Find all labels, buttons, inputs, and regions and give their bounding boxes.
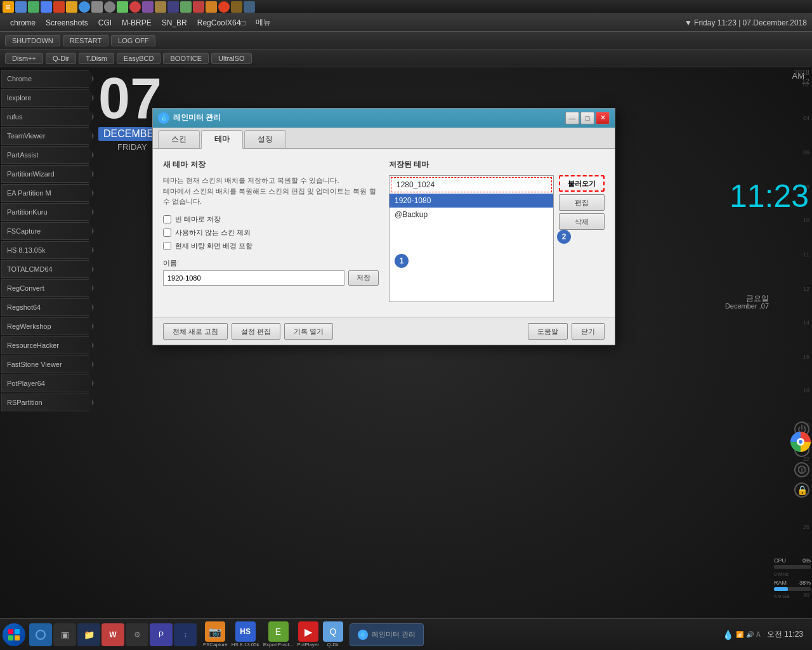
sidebar-item-fscapture[interactable]: FSCapture: [1, 222, 94, 240]
theme-name-input[interactable]: [163, 270, 344, 286]
tab-settings[interactable]: 설정: [244, 130, 286, 148]
taskbar-rainmeter-task[interactable]: 💧 레인미터 관리: [350, 623, 424, 646]
menu-item-cgi[interactable]: CGI: [93, 17, 117, 29]
sidebar-item-regwerkshop[interactable]: RegWerkshop: [1, 317, 94, 335]
menu-item-snbr[interactable]: SN_BR: [157, 17, 192, 29]
tb-icon-6[interactable]: [66, 1, 77, 13]
tb-icon-16[interactable]: [193, 1, 204, 13]
tray-icon-drop[interactable]: 💧: [723, 630, 733, 640]
tb-icon-app3[interactable]: ⚙: [126, 623, 148, 646]
settings-edit-btn[interactable]: 설정 편집: [232, 323, 280, 340]
sidebar-item-potplayer64[interactable]: PotPlayer64: [1, 375, 94, 392]
sidebar-item-teamviewer[interactable]: TeamViewer: [1, 127, 94, 145]
tb-icon-10[interactable]: [117, 1, 128, 13]
dock-export[interactable]: E ExportPosit...: [263, 621, 294, 647]
theme-list[interactable]: 1280_1024 1920-1080 @Backup: [389, 175, 554, 302]
delete-theme-btn[interactable]: 삭제: [559, 213, 605, 230]
dialog-minimize-btn[interactable]: —: [565, 112, 579, 124]
tb-icon-app2[interactable]: W: [102, 623, 124, 646]
sidebar-item-eapartition[interactable]: EA Partition M: [1, 184, 94, 202]
theme-item-backup[interactable]: @Backup: [390, 208, 553, 222]
tb-icon-18[interactable]: [218, 1, 230, 13]
tb-icon-13[interactable]: [155, 1, 166, 13]
tb-icon-5[interactable]: [53, 1, 65, 13]
dock-potplayer[interactable]: ▶ PotPlayer: [297, 621, 319, 647]
open-log-btn[interactable]: 기록 열기: [284, 323, 333, 340]
sidebar-item-chrome[interactable]: Chrome: [1, 70, 94, 88]
tb-icon-app4[interactable]: P: [150, 623, 173, 646]
tb-icon-taskview[interactable]: ▣: [53, 623, 76, 646]
tb-icon-8[interactable]: [91, 1, 103, 13]
tb-icon-9[interactable]: [104, 1, 115, 13]
suspend-icon[interactable]: ⏼: [794, 462, 809, 477]
sidebar-item-partitionkuru[interactable]: PartitionKuru: [1, 203, 94, 221]
tb-icon-1[interactable]: ⊞: [3, 1, 14, 13]
checkbox-exclude-input[interactable]: [163, 229, 171, 237]
checkbox-include-input[interactable]: [163, 242, 171, 250]
theme-item-1280[interactable]: 1280_1024: [391, 177, 552, 192]
tray-icon-ime[interactable]: A: [756, 631, 761, 638]
menu-item-mbrpe[interactable]: M-BRPE: [117, 17, 157, 29]
logoff-btn[interactable]: LOG OFF: [111, 35, 155, 46]
easybcd-btn[interactable]: EasyBCD: [117, 53, 161, 64]
sidebar-item-hs813[interactable]: HS 8.13.05k: [1, 241, 94, 259]
checkbox-empty-input[interactable]: [163, 215, 171, 223]
dock-fscapture[interactable]: 📷 FSCapture: [203, 621, 228, 647]
tb-icon-17[interactable]: [206, 1, 217, 13]
tb-icon-app5[interactable]: ↕: [174, 623, 197, 646]
sidebar-item-partassist[interactable]: PartAssist: [1, 146, 94, 164]
edit-theme-btn[interactable]: 편집: [559, 194, 605, 211]
menu-item-regcool[interactable]: RegCooIX64□: [192, 17, 251, 29]
sidebar-item-rspartition[interactable]: RSPartition: [1, 394, 94, 411]
tray-icon-network[interactable]: 📶: [736, 631, 743, 638]
tb-icon-3[interactable]: [28, 1, 39, 13]
bootice-btn[interactable]: BOOTICE: [163, 53, 209, 64]
menu-item-screenshots[interactable]: Screenshots: [41, 17, 93, 29]
tab-theme[interactable]: 테마: [201, 130, 243, 149]
dism-btn[interactable]: Dism++: [5, 53, 43, 64]
tb-icon-15[interactable]: [180, 1, 192, 13]
lock-icon[interactable]: 🔒: [794, 482, 809, 498]
sidebar-item-faststoneviewer[interactable]: FastStone Viewer: [1, 355, 94, 373]
tb-icon-20[interactable]: [244, 1, 255, 13]
start-button[interactable]: [3, 623, 25, 646]
shutdown-btn[interactable]: SHUTDOWN: [5, 35, 60, 46]
sidebar-item-resourcehacker[interactable]: ResourceHacker: [1, 336, 94, 354]
sidebar-item-regshot[interactable]: Regshot64: [1, 298, 94, 316]
qdir-btn[interactable]: Q-Dir: [46, 53, 76, 64]
close-dialog-btn[interactable]: 닫기: [572, 323, 605, 340]
tb-icon-cortana[interactable]: [29, 623, 52, 646]
dock-hs813[interactable]: HS HS 8.13.05k: [232, 621, 259, 647]
tb-icon-2[interactable]: [15, 1, 27, 13]
refresh-all-btn[interactable]: 전체 새로 고침: [163, 323, 228, 340]
tb-icon-4[interactable]: [41, 1, 52, 13]
help-btn[interactable]: 도움알: [528, 323, 568, 340]
checkbox-exclude-unused[interactable]: 사용하지 않는 스킨 제외: [163, 228, 379, 237]
tb-icon-explorer[interactable]: 📁: [77, 623, 100, 646]
sidebar-item-partitionwizard[interactable]: PartitionWizard: [1, 165, 94, 183]
sidebar-item-regconvert[interactable]: RegConvert: [1, 279, 94, 297]
tab-skin[interactable]: 스킨: [158, 130, 200, 148]
tb-icon-19[interactable]: [231, 1, 242, 13]
checkbox-include-bg[interactable]: 현재 바탕 화면 배경 포함: [163, 241, 379, 251]
load-theme-btn[interactable]: 불러오기: [559, 175, 605, 192]
ultraiso-btn[interactable]: UltralSO: [211, 53, 252, 64]
save-theme-btn[interactable]: 저장: [348, 270, 379, 286]
dock-qdir[interactable]: Q Q-Dir: [323, 621, 343, 647]
tb-icon-12[interactable]: [142, 1, 154, 13]
tb-icon-11[interactable]: [129, 1, 141, 13]
chrome-panel-icon[interactable]: [790, 432, 811, 452]
tdism-btn[interactable]: T.Dism: [79, 53, 114, 64]
tb-icon-7[interactable]: [79, 1, 90, 13]
sidebar-item-lexplore[interactable]: lexplore: [1, 89, 94, 107]
checkbox-empty-theme[interactable]: 빈 테마로 저장: [163, 215, 379, 224]
tb-icon-14[interactable]: [167, 1, 179, 13]
menu-item-menu[interactable]: 메뉴: [251, 16, 276, 29]
sidebar-item-rufus[interactable]: rufus: [1, 108, 94, 126]
sidebar-item-totalcmd[interactable]: TOTALCMD64: [1, 260, 94, 278]
dialog-close-btn[interactable]: ✕: [596, 112, 610, 124]
restart-btn[interactable]: RESTART: [63, 35, 108, 46]
theme-item-1920[interactable]: 1920-1080: [390, 194, 553, 208]
dialog-restore-btn[interactable]: □: [580, 112, 594, 124]
tray-icon-volume[interactable]: 🔊: [746, 631, 754, 638]
